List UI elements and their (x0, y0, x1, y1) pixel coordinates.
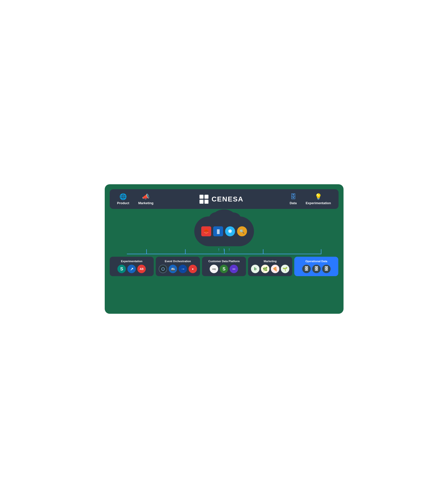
product-label: Product (117, 201, 129, 205)
kinesis-icon: ||| (213, 226, 223, 236)
box-event-orchestration-icons: ⬡ 🚢 → ● (159, 265, 197, 273)
icon-stripe: ≡≡ (230, 265, 238, 273)
box-event-orchestration-title: Event Orchestration (165, 260, 191, 263)
box-marketing-icons: b 🌿 🍕 🌱 (251, 265, 289, 273)
box-experimentation-title: Experimentation (121, 260, 142, 263)
icon-braze: b (251, 265, 259, 273)
product-icon: 🌐 (119, 193, 127, 200)
cloud-shape: ||| ❄ 🔍 (194, 216, 254, 246)
snowflake-icon: ❄ (225, 226, 235, 236)
box-operational-data: Operational Data 🗄 🗄 🗄 (294, 257, 339, 276)
cloud-icons-row: ||| ❄ 🔍 (201, 226, 247, 236)
content-area: ↑ ↓ (110, 211, 339, 276)
box-cdp: Customer Data Platform AIQ S ≡≡ (202, 257, 246, 276)
top-nav-bar: 🌐 Product 📣 Marketing CENESA 🗄 Data (110, 189, 339, 209)
arrow-up-4: ↑ (228, 247, 230, 252)
horizontal-connector (127, 254, 321, 254)
nav-item-product: 🌐 Product (117, 193, 129, 205)
icon-aiq: AIQ (210, 265, 218, 273)
box-event-orchestration: Event Orchestration ⬡ 🚢 → ● (156, 257, 200, 276)
architecture-diagram: 🌐 Product 📣 Marketing CENESA 🗄 Data (105, 184, 344, 314)
data-label: Data (290, 201, 297, 205)
box-cdp-title: Customer Data Platform (208, 260, 240, 263)
logo-area: CENESA (199, 195, 244, 204)
bottom-boxes-row: Experimentation S ↗ AB Event Orchestrati… (110, 257, 339, 276)
marketing-top-label: Marketing (138, 201, 153, 205)
icon-sumo: ↗ (127, 265, 136, 273)
icon-ship: 🚢 (169, 265, 177, 273)
logo-grid (199, 195, 208, 204)
icon-splunk: S (117, 265, 126, 273)
data-icon: 🗄 (290, 193, 296, 200)
top-nav-left: 🌐 Product 📣 Marketing (117, 193, 154, 205)
logo-cell-1 (199, 195, 203, 199)
v-line-5 (321, 249, 321, 254)
box-marketing-title: Marketing (264, 260, 277, 263)
arrow-up-2: ↑ (218, 247, 220, 252)
box-marketing: Marketing b 🌿 🍕 🌱 (248, 257, 292, 276)
logo-cell-3 (199, 200, 203, 204)
middle-section: ↑ ↓ (110, 211, 339, 309)
nav-item-data: 🗄 Data (290, 193, 297, 205)
nav-item-experimentation-top: 💡 Experimentation (306, 193, 331, 205)
v-line-1 (146, 249, 147, 254)
icon-pizza: 🍕 (271, 265, 279, 273)
icon-leaf: 🌱 (281, 265, 289, 273)
icon-arrow-right: → (179, 265, 187, 273)
v-line-2 (185, 249, 186, 254)
icon-db-1: 🗄 (302, 265, 311, 273)
databricks-icon (201, 226, 211, 236)
icon-db-3: 🗄 (322, 265, 331, 273)
box-experimentation: Experimentation S ↗ AB (110, 257, 154, 276)
experimentation-top-icon: 💡 (315, 193, 322, 200)
icon-hex-event: ⬡ (159, 265, 167, 273)
icon-red-dot: ● (189, 265, 197, 273)
v-line-3 (224, 249, 225, 254)
logo-cell-2 (204, 195, 208, 199)
icon-db-2: 🗄 (312, 265, 321, 273)
icon-segment: S (220, 265, 228, 273)
logo-text: CENESA (211, 195, 244, 203)
box-operational-data-title: Operational Data (305, 260, 327, 263)
icon-ab: AB (137, 265, 146, 273)
icon-tree: 🌿 (261, 265, 269, 273)
cloud-bump (225, 212, 241, 224)
marketing-top-icon: 📣 (142, 193, 149, 200)
queryiq-icon: 🔍 (237, 226, 247, 236)
cloud-wrapper: ||| ❄ 🔍 (194, 216, 254, 246)
box-experimentation-icons: S ↗ AB (117, 265, 146, 273)
logo-cell-4 (204, 200, 208, 204)
box-cdp-icons: AIQ S ≡≡ (210, 265, 238, 273)
top-nav-right: 🗄 Data 💡 Experimentation (290, 193, 331, 205)
experimentation-top-label: Experimentation (306, 201, 331, 205)
nav-item-marketing-top: 📣 Marketing (138, 193, 153, 205)
box-operational-data-icons: 🗄 🗄 🗄 (302, 265, 331, 273)
v-line-4 (263, 249, 263, 254)
